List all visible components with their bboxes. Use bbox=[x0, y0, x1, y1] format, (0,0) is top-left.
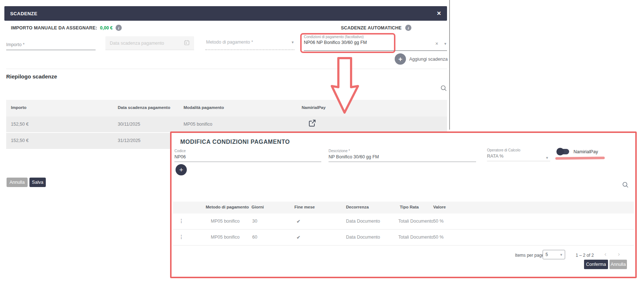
annulla-button[interactable]: Annulla bbox=[7, 178, 28, 187]
close-icon[interactable]: ✕ bbox=[436, 10, 441, 17]
items-per-page-value: 5 bbox=[546, 252, 548, 257]
salva-button[interactable]: Salva bbox=[29, 178, 46, 187]
due-date-placeholder: Data scadenza pagamento bbox=[110, 41, 164, 46]
pagination-range: 1 – 2 of 2 bbox=[576, 253, 594, 258]
items-per-page-select[interactable]: 5 ▾ bbox=[543, 250, 565, 259]
col-header: Giorni bbox=[251, 205, 264, 209]
col-header: Data scadenza pagamento bbox=[118, 105, 170, 110]
codice-field[interactable]: Codice NP06 bbox=[174, 149, 321, 162]
table-row[interactable]: ⋮ MP05 bonifico 60 ✔ Data Documento Tota… bbox=[173, 230, 634, 246]
row-menu-icon[interactable]: ⋮ bbox=[179, 218, 184, 224]
cell-giorni: 30 bbox=[252, 219, 257, 224]
namirialpay-toggle-group: NamirialPay bbox=[558, 149, 598, 154]
chevron-down-icon: ▾ bbox=[546, 155, 548, 160]
cell-modalita: MP05 bonifico bbox=[184, 122, 212, 127]
codice-value: NP06 bbox=[174, 154, 321, 159]
payment-conditions-label: Condizioni di pagamento (facoltativo) bbox=[304, 35, 447, 39]
cell-valore: 50 % bbox=[433, 219, 444, 224]
col-header: Modalità pagamento bbox=[184, 105, 224, 110]
col-header: Decorrenza bbox=[346, 205, 369, 209]
cell-metodo: MP05 bonifico bbox=[211, 219, 240, 224]
manual-amount-label: IMPORTO MANUALE DA ASSEGNARE: bbox=[11, 25, 97, 31]
col-header: Metodo di pagamento bbox=[206, 205, 249, 209]
auto-deadlines-row: SCADENZE AUTOMATICHE i bbox=[341, 25, 411, 31]
operatore-field[interactable]: Operatore di Calcolo RATA % ▾ bbox=[487, 148, 550, 161]
col-header: Fine mese bbox=[294, 205, 315, 209]
descrizione-value: NP Bonifico 30/60 gg FM bbox=[329, 154, 476, 159]
operatore-value: RATA % bbox=[487, 154, 550, 159]
row-menu-icon[interactable]: ⋮ bbox=[179, 234, 184, 240]
add-deadline-button[interactable]: + Aggiungi scadenza bbox=[395, 53, 448, 65]
conferma-button[interactable]: Conferma bbox=[584, 260, 608, 269]
cell-metodo: MP05 bonifico bbox=[211, 235, 240, 240]
chevron-down-icon[interactable]: ▾ bbox=[444, 41, 446, 46]
auto-deadlines-label: SCADENZE AUTOMATICHE bbox=[341, 25, 402, 31]
cell-decorrenza: Data Documento bbox=[346, 235, 380, 240]
cell-decorrenza: Data Documento bbox=[346, 219, 380, 224]
check-icon: ✔ bbox=[297, 219, 300, 224]
chevron-down-icon[interactable]: ▾ bbox=[291, 40, 294, 45]
conditions-table-header: Metodo di pagamento Giorni Fine mese Dec… bbox=[173, 202, 634, 214]
cell-tipo-rata: Totali Documento bbox=[398, 235, 434, 240]
dialog-title: MODIFICA CONDIZIONI PAGAMENTO bbox=[180, 139, 290, 145]
payment-method-field[interactable]: Metodo di pagamento * ▾ bbox=[205, 36, 294, 50]
cell-importo: 152,50 € bbox=[11, 122, 29, 127]
add-deadline-label: Aggiungi scadenza bbox=[409, 57, 448, 62]
search-icon[interactable] bbox=[440, 84, 448, 93]
namirialpay-toggle[interactable] bbox=[558, 149, 569, 154]
annotation-marker-underline bbox=[555, 157, 605, 159]
cell-giorni: 60 bbox=[252, 235, 257, 240]
section-divider bbox=[6, 69, 447, 69]
check-icon: ✔ bbox=[297, 235, 300, 240]
toggle-knob bbox=[556, 148, 564, 155]
descrizione-label: Descrizione * bbox=[329, 149, 476, 153]
due-date-field[interactable]: Data scadenza pagamento bbox=[105, 36, 194, 50]
info-icon[interactable]: i bbox=[116, 25, 122, 31]
manual-amount-row: IMPORTO MANUALE DA ASSEGNARE: 0,00 € i bbox=[11, 25, 122, 31]
payment-conditions-field[interactable]: Condizioni di pagamento (facoltativo) NP… bbox=[304, 35, 447, 51]
summary-title: Riepilogo scadenze bbox=[6, 73, 57, 80]
col-header: Valore bbox=[433, 205, 446, 209]
table-row[interactable]: ⋮ MP05 bonifico 30 ✔ Data Documento Tota… bbox=[173, 214, 634, 230]
plus-icon[interactable]: + bbox=[395, 53, 406, 65]
col-header: Tipo Rata bbox=[400, 205, 419, 209]
pagination-bar: Items per page: 5 ▾ 1 – 2 of 2 ‹ › bbox=[172, 250, 635, 261]
namirialpay-toggle-label: NamirialPay bbox=[573, 149, 598, 154]
codice-label: Codice bbox=[174, 149, 321, 153]
add-row-button[interactable]: + bbox=[176, 164, 187, 175]
payment-conditions-value: NP06 NP Bonifico 30/60 gg FM bbox=[304, 40, 447, 45]
col-header: NamirialPay bbox=[302, 105, 326, 110]
prev-page-icon[interactable]: ‹ bbox=[604, 251, 607, 258]
clear-icon[interactable]: × bbox=[435, 41, 438, 46]
operatore-label: Operatore di Calcolo bbox=[487, 148, 550, 152]
summary-table-header: Importo Data scadenza pagamento Modalità… bbox=[6, 100, 447, 117]
screen: SCADENZE ✕ IMPORTO MANUALE DA ASSEGNARE:… bbox=[0, 0, 644, 284]
next-page-icon[interactable]: › bbox=[618, 251, 620, 258]
scadenze-titlebar: SCADENZE ✕ bbox=[4, 6, 447, 21]
manual-amount-value: 0,00 € bbox=[100, 25, 113, 31]
col-header: Importo bbox=[11, 105, 27, 110]
payment-method-label: Metodo di pagamento * bbox=[206, 40, 253, 45]
search-icon[interactable] bbox=[621, 181, 629, 190]
vertical-divider bbox=[449, 0, 450, 130]
cell-tipo-rata: Totali Documento bbox=[398, 219, 434, 224]
annotation-arrow-down bbox=[326, 56, 364, 116]
cell-valore: 50 % bbox=[433, 235, 444, 240]
external-link-icon[interactable] bbox=[308, 119, 316, 128]
info-icon[interactable]: i bbox=[405, 25, 411, 31]
cell-data: 31/12/2025 bbox=[118, 138, 141, 143]
modifica-condizioni-dialog: MODIFICA CONDIZIONI PAGAMENTO Codice NP0… bbox=[170, 131, 637, 278]
importo-label: Importo * bbox=[6, 42, 25, 47]
items-per-page-label: Items per page: bbox=[515, 253, 545, 258]
chevron-down-icon: ▾ bbox=[560, 252, 562, 257]
annulla-button[interactable]: Annulla bbox=[609, 260, 627, 269]
table-row[interactable]: 152,50 € 30/11/2025 MP05 bonifico bbox=[6, 117, 447, 132]
cell-importo: 152,50 € bbox=[11, 138, 29, 143]
descrizione-field[interactable]: Descrizione * NP Bonifico 30/60 gg FM bbox=[329, 149, 476, 162]
calendar-icon[interactable] bbox=[184, 40, 190, 47]
importo-field[interactable]: Importo * bbox=[6, 36, 96, 50]
cell-data: 30/11/2025 bbox=[118, 122, 140, 127]
dialog-title: SCADENZE bbox=[10, 11, 37, 16]
